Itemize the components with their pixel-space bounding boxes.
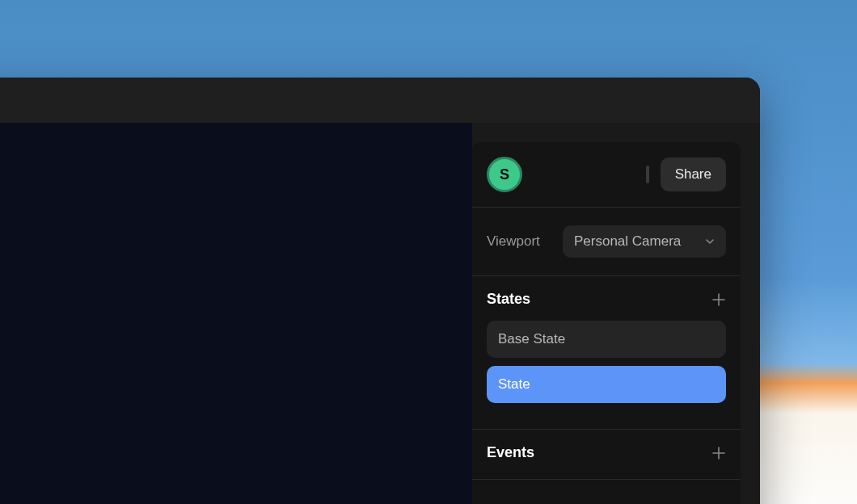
states-header: States bbox=[487, 291, 726, 308]
states-section: States Base State State bbox=[472, 276, 741, 430]
share-label: Share bbox=[675, 166, 711, 182]
state-label: Base State bbox=[498, 331, 565, 346]
avatar-initial: S bbox=[500, 166, 509, 183]
state-item-base[interactable]: Base State bbox=[487, 321, 726, 358]
plus-icon[interactable] bbox=[711, 292, 726, 307]
app-window: S Share Viewport Personal Camera bbox=[0, 78, 760, 504]
avatar[interactable]: S bbox=[487, 157, 522, 192]
plus-icon[interactable] bbox=[711, 446, 726, 460]
viewport-label: Viewport bbox=[487, 233, 540, 250]
header-divider bbox=[646, 166, 649, 183]
viewport-selected-value: Personal Camera bbox=[574, 233, 681, 250]
state-item-active[interactable]: State bbox=[487, 366, 726, 403]
inspector-sidebar: S Share Viewport Personal Camera bbox=[472, 142, 741, 504]
share-button[interactable]: Share bbox=[661, 158, 726, 191]
events-section: Events bbox=[472, 430, 741, 480]
chevron-down-icon bbox=[705, 237, 715, 246]
viewport-row: Viewport Personal Camera bbox=[472, 208, 741, 276]
events-title: Events bbox=[487, 444, 534, 461]
viewport-select[interactable]: Personal Camera bbox=[563, 225, 726, 258]
state-label: State bbox=[498, 376, 530, 392]
states-title: States bbox=[487, 291, 530, 308]
canvas-area[interactable] bbox=[0, 123, 472, 504]
window-titlebar bbox=[0, 78, 760, 123]
sidebar-header: S Share bbox=[472, 142, 741, 208]
window-content: S Share Viewport Personal Camera bbox=[0, 123, 760, 504]
header-right: Share bbox=[646, 158, 726, 191]
events-header: Events bbox=[487, 444, 726, 461]
